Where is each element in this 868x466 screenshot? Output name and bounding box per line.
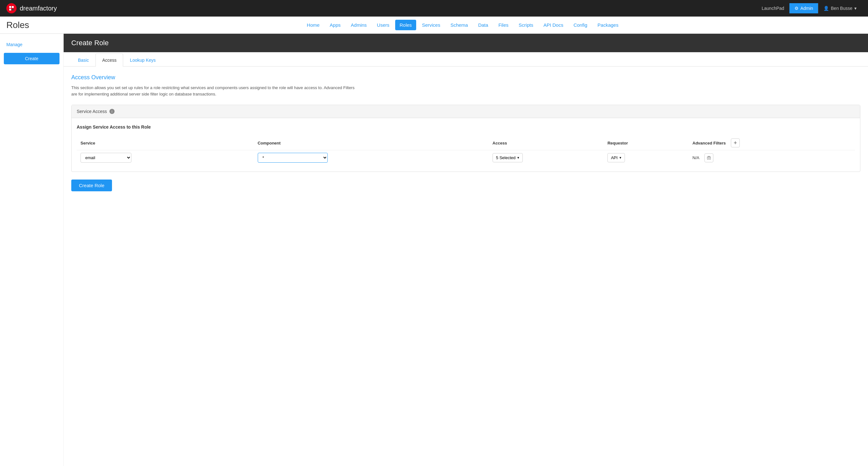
sidebar-manage-link[interactable]: Manage <box>0 39 63 50</box>
nav-link-config[interactable]: Config <box>569 20 591 30</box>
advanced-filters-cell: N/A <box>688 150 855 166</box>
admin-button[interactable]: ⚙ Admin <box>789 3 818 13</box>
service-cell: email <box>77 150 254 166</box>
tab-access[interactable]: Access <box>95 54 123 66</box>
nav-link-admins[interactable]: Admins <box>346 20 371 30</box>
access-cell: 5 Selected <box>489 150 603 166</box>
create-role-header: Create Role <box>64 34 868 52</box>
table-row: email * 5 Select <box>77 150 855 166</box>
svg-rect-3 <box>9 8 11 10</box>
th-advanced-filters: Advanced Filters + <box>688 136 855 150</box>
svg-rect-1 <box>9 6 11 8</box>
table-header-row: Service Component Access Requestor Advan… <box>77 136 855 150</box>
sidebar-create-button[interactable]: Create <box>4 53 60 64</box>
nav-link-users[interactable]: Users <box>373 20 394 30</box>
page-title-area: Roles <box>6 20 64 30</box>
svg-rect-2 <box>12 6 14 8</box>
main-navigation: Roles Home Apps Admins Users Roles Servi… <box>0 17 868 34</box>
nav-link-scripts[interactable]: Scripts <box>514 20 538 30</box>
top-navigation: dreamfactory LaunchPad ⚙ Admin 👤 Ben Bus… <box>0 0 868 17</box>
advanced-filters-value: N/A <box>692 155 700 160</box>
service-access-body: Assign Service Access to this Role Servi… <box>71 118 860 172</box>
th-service: Service <box>77 136 254 150</box>
service-select[interactable]: email <box>81 153 131 163</box>
component-cell: * <box>254 150 489 166</box>
tab-bar: Basic Access Lookup Keys <box>64 54 868 66</box>
gear-icon: ⚙ <box>795 6 799 11</box>
nav-link-files[interactable]: Files <box>494 20 513 30</box>
nav-link-roles[interactable]: Roles <box>395 20 416 30</box>
advanced-filters-label: Advanced Filters <box>692 141 726 145</box>
tab-basic[interactable]: Basic <box>71 54 95 66</box>
user-icon: 👤 <box>824 6 829 11</box>
nav-link-api-docs[interactable]: API Docs <box>539 20 568 30</box>
brand-logo-icon <box>6 3 17 13</box>
content-area: Manage Create Create Role Basic Access L… <box>0 34 868 466</box>
access-dropdown-label: 5 Selected <box>496 155 516 160</box>
chevron-down-icon: ▾ <box>854 6 857 11</box>
svg-rect-4 <box>12 8 14 10</box>
brand-logo-area: dreamfactory <box>6 3 757 13</box>
assign-label: Assign Service Access to this Role <box>77 124 855 129</box>
main-content: Create Role Basic Access Lookup Keys Acc… <box>64 34 868 466</box>
requestor-dropdown-label: API <box>611 155 618 160</box>
th-access: Access <box>489 136 603 150</box>
trash-icon <box>707 156 711 160</box>
access-overview-title: Access Overview <box>71 74 860 81</box>
component-select[interactable]: * <box>258 153 328 163</box>
sidebar: Manage Create <box>0 34 64 466</box>
service-access-label: Service Access <box>77 109 107 114</box>
service-access-box: Service Access i Assign Service Access t… <box>71 105 860 172</box>
admin-label: Admin <box>801 6 813 11</box>
tab-content-access: Access Overview This section allows you … <box>64 66 868 199</box>
nav-link-apps[interactable]: Apps <box>325 20 345 30</box>
brand-name: dreamfactory <box>20 5 57 12</box>
page-title: Roles <box>6 20 64 30</box>
th-requestor: Requestor <box>603 136 688 150</box>
create-role-header-title: Create Role <box>71 39 108 47</box>
th-component: Component <box>254 136 489 150</box>
requestor-dropdown-button[interactable]: API <box>608 153 625 162</box>
nav-link-data[interactable]: Data <box>474 20 493 30</box>
launchpad-button[interactable]: LaunchPad <box>757 3 789 13</box>
access-table: Service Component Access Requestor Advan… <box>77 136 855 165</box>
nav-link-schema[interactable]: Schema <box>446 20 472 30</box>
requestor-cell: API <box>603 150 688 166</box>
delete-row-button[interactable] <box>705 153 713 162</box>
create-role-button[interactable]: Create Role <box>71 179 112 191</box>
user-name: Ben Busse <box>831 6 852 11</box>
nav-links: Home Apps Admins Users Roles Services Sc… <box>64 20 862 30</box>
access-dropdown-button[interactable]: 5 Selected <box>493 153 523 162</box>
user-menu-button[interactable]: 👤 Ben Busse ▾ <box>818 3 862 13</box>
nav-link-packages[interactable]: Packages <box>593 20 623 30</box>
nav-link-services[interactable]: Services <box>417 20 445 30</box>
top-nav-right: LaunchPad ⚙ Admin 👤 Ben Busse ▾ <box>757 3 862 13</box>
tab-lookup-keys[interactable]: Lookup Keys <box>123 54 162 66</box>
nav-link-home[interactable]: Home <box>302 20 324 30</box>
access-overview-description: This section allows you set set up rules… <box>71 85 358 97</box>
service-access-header: Service Access i <box>71 105 860 118</box>
info-icon[interactable]: i <box>110 109 115 114</box>
add-row-button[interactable]: + <box>731 139 740 147</box>
